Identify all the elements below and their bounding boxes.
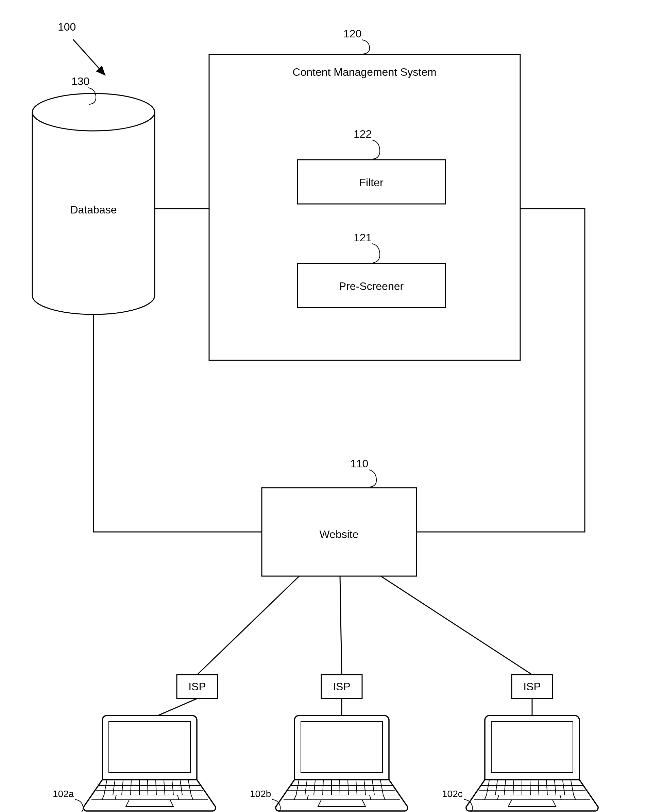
connector-line	[158, 699, 197, 716]
ref-client-c: 102c	[442, 789, 463, 799]
ref-cms: 120	[344, 27, 361, 40]
system-architecture-diagram: 100 Database 130 Content Management Syst…	[0, 0, 646, 812]
ref-database: 130	[72, 75, 89, 87]
laptop-icon	[466, 716, 598, 811]
isp-block: ISP	[177, 675, 218, 699]
leader-line-icon	[362, 40, 370, 54]
leader-line-icon	[464, 800, 473, 812]
leader-line-icon	[372, 140, 380, 159]
isp-block: ISP	[512, 675, 553, 699]
ref-client-b: 102b	[250, 789, 271, 799]
connector-line	[417, 209, 585, 532]
prescreener-label: Pre-Screener	[339, 280, 404, 292]
isp-label: ISP	[523, 681, 541, 693]
website-block: Website	[262, 488, 417, 576]
svg-rect-23	[209, 54, 520, 360]
ref-prescreener: 121	[354, 232, 372, 244]
leader-line-icon	[372, 244, 380, 263]
connector-line	[93, 314, 262, 532]
leader-line-icon	[75, 800, 83, 812]
database-block: Database	[32, 93, 155, 314]
connector-line	[340, 576, 342, 675]
arrow-icon	[73, 40, 105, 75]
database-label: Database	[70, 204, 117, 216]
connector-line	[197, 576, 299, 675]
laptop-icon	[84, 716, 215, 811]
isp-label: ISP	[188, 681, 206, 693]
filter-label: Filter	[359, 176, 383, 189]
connector-line	[381, 576, 532, 675]
svg-point-22	[32, 93, 155, 131]
leader-line-icon	[369, 470, 376, 487]
ref-filter: 122	[354, 128, 372, 140]
isp-label: ISP	[333, 681, 351, 693]
laptop-icon	[276, 716, 408, 811]
isp-block: ISP	[321, 675, 362, 699]
ref-client-a: 102a	[53, 789, 74, 799]
ref-website: 110	[350, 458, 368, 470]
website-label: Website	[319, 528, 358, 540]
cms-block: Content Management System Filter 122 Pre…	[209, 54, 520, 360]
ref-main: 100	[58, 21, 76, 33]
leader-line-icon	[89, 88, 96, 104]
cms-title: Content Management System	[292, 66, 436, 78]
